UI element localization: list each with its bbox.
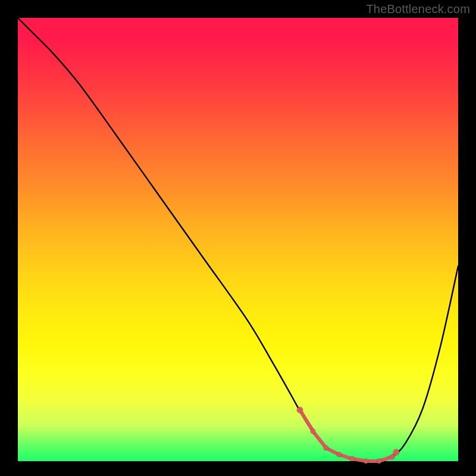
watermark-text: TheBottleneck.com bbox=[366, 2, 470, 16]
highlight-marker bbox=[311, 429, 315, 434]
highlight-marker bbox=[390, 455, 394, 459]
highlight-marker bbox=[324, 446, 328, 450]
highlight-marker bbox=[393, 449, 399, 455]
highlight-marker bbox=[364, 459, 368, 464]
chart-frame: TheBottleneck.com bbox=[0, 0, 476, 476]
plot-area bbox=[18, 18, 458, 461]
bottleneck-curve bbox=[18, 18, 458, 461]
highlight-marker bbox=[297, 407, 303, 413]
highlight-marker bbox=[350, 456, 355, 461]
highlight-marker bbox=[337, 452, 342, 457]
highlight-marker bbox=[377, 459, 381, 464]
